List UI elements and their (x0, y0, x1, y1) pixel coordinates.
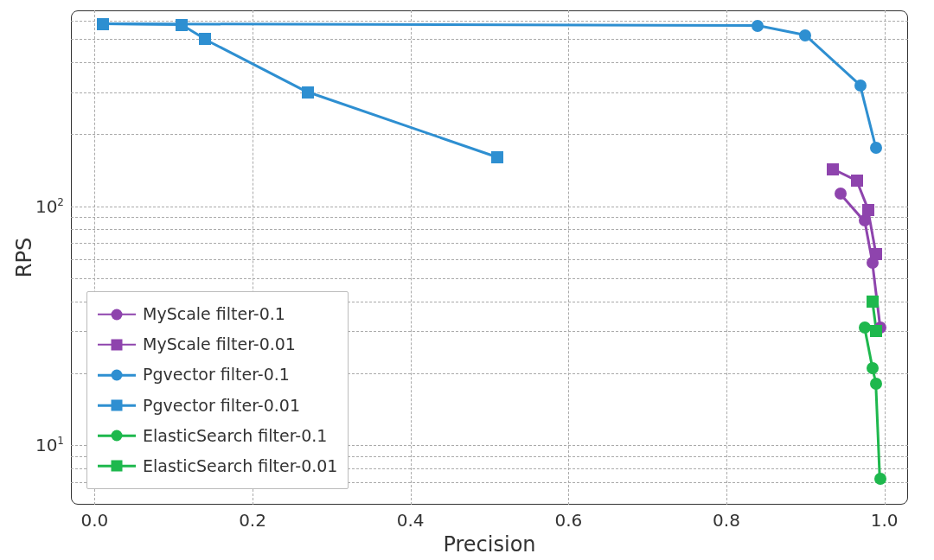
series-line-segment (875, 384, 881, 479)
data-point (199, 33, 211, 45)
legend-swatch (98, 396, 136, 415)
x-tick-label: 0.6 (554, 510, 582, 531)
series-line-segment (308, 92, 498, 159)
legend-swatch (98, 366, 136, 385)
legend-label: ElasticSearch filter-0.1 (143, 421, 327, 451)
data-point (854, 80, 867, 92)
data-point (176, 19, 188, 31)
y-tick-label: 102 (35, 196, 64, 217)
data-point (827, 163, 839, 175)
legend-label: MyScale filter-0.1 (143, 299, 285, 329)
data-point (867, 362, 879, 374)
x-tick-label: 0.2 (239, 510, 266, 531)
legend-label: ElasticSearch filter-0.01 (143, 451, 337, 481)
legend-entry: Pgvector filter-0.1 (98, 360, 337, 390)
data-point (874, 473, 886, 485)
data-point (862, 204, 874, 216)
legend-entry: MyScale filter-0.1 (98, 299, 337, 329)
legend-swatch (98, 456, 136, 475)
x-axis-label: Precision (443, 532, 535, 557)
data-point (867, 296, 879, 308)
data-point (859, 321, 871, 334)
data-point (870, 248, 882, 260)
x-tick-label: 1.0 (871, 510, 899, 531)
data-point (835, 188, 847, 200)
legend: MyScale filter-0.1MyScale filter-0.01Pgv… (86, 291, 349, 489)
legend-label: MyScale filter-0.01 (143, 329, 296, 360)
data-point (799, 29, 811, 41)
y-tick-label: 101 (35, 435, 64, 455)
legend-entry: Pgvector filter-0.01 (98, 391, 337, 421)
legend-entry: ElasticSearch filter-0.1 (98, 421, 337, 451)
series-line-segment (103, 22, 758, 27)
legend-label: Pgvector filter-0.1 (143, 360, 290, 390)
series-line-segment (205, 38, 309, 93)
data-point (870, 378, 882, 390)
y-axis-label: RPS (12, 238, 36, 277)
legend-entry: ElasticSearch filter-0.01 (98, 451, 337, 481)
legend-swatch (98, 335, 136, 354)
data-point (302, 86, 314, 99)
data-point (870, 325, 882, 337)
series-line-segment (804, 35, 861, 86)
data-point (851, 175, 863, 187)
legend-swatch (98, 426, 136, 445)
data-point (97, 18, 109, 30)
plot-area: MyScale filter-0.1MyScale filter-0.01Pgv… (71, 10, 908, 505)
chart-container: MyScale filter-0.1MyScale filter-0.01Pgv… (0, 0, 934, 560)
x-tick-label: 0.8 (713, 510, 740, 531)
data-point (870, 142, 882, 154)
legend-entry: MyScale filter-0.01 (98, 329, 337, 360)
x-tick-label: 0.0 (80, 510, 108, 531)
legend-swatch (98, 305, 136, 324)
series-line-segment (860, 86, 878, 149)
x-tick-label: 0.4 (397, 510, 425, 531)
legend-label: Pgvector filter-0.01 (143, 391, 300, 421)
data-point (491, 151, 503, 163)
data-point (752, 20, 764, 32)
series-line-segment (103, 22, 182, 26)
series-line-segment (758, 24, 805, 35)
